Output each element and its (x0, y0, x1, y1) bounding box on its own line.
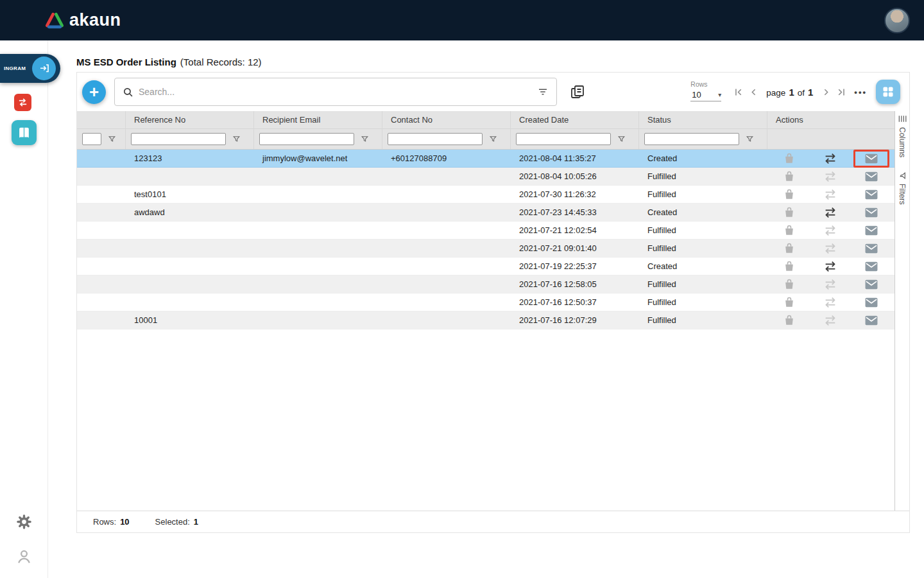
filter-input-recipient-email[interactable] (259, 133, 354, 145)
cell-actions (767, 240, 894, 258)
mail-icon (864, 243, 878, 254)
swap-action-button[interactable] (810, 277, 851, 292)
filter-input-status[interactable] (644, 133, 739, 145)
filter-input-created-date[interactable] (516, 133, 611, 145)
user-avatar[interactable] (884, 8, 910, 33)
cell-status: Fulfilled (639, 279, 767, 289)
mail-icon (864, 225, 878, 236)
mail-action-button[interactable] (853, 204, 889, 222)
basket-action-button[interactable] (769, 314, 810, 327)
table-row[interactable]: 2021-07-19 22:25:37 Created (77, 258, 894, 276)
mail-icon (864, 207, 878, 218)
listing-panel: + Rows (76, 72, 910, 533)
filters-tab[interactable]: Filters (898, 171, 907, 205)
main-content: MS ESD Order Listing (Total Records: 12)… (76, 54, 910, 533)
basket-icon (783, 314, 796, 327)
mail-action-button[interactable] (853, 293, 889, 311)
mail-action-button[interactable] (853, 186, 889, 204)
header-contact-no[interactable]: Contact No (382, 111, 511, 128)
filter-input-reference-no[interactable] (131, 133, 226, 145)
filter-input-contact-no[interactable] (388, 133, 483, 145)
add-button[interactable]: + (82, 80, 106, 104)
funnel-icon[interactable] (489, 135, 497, 143)
swap-action-button[interactable] (810, 259, 851, 274)
mail-action-button[interactable] (853, 258, 889, 276)
table-header: Reference No Recipient Email Contact No … (77, 111, 894, 129)
mail-action-slot (851, 222, 892, 240)
filter-contact-no (382, 129, 511, 149)
table-row[interactable]: 2021-07-16 12:58:05 Fulfilled (77, 276, 894, 293)
cell-status: Created (639, 261, 767, 271)
cell-actions (767, 311, 894, 329)
table-row[interactable]: 2021-07-21 12:02:54 Fulfilled (77, 222, 894, 240)
basket-action-button[interactable] (769, 260, 810, 273)
basket-action-button[interactable] (769, 242, 810, 255)
header-created-date[interactable]: Created Date (511, 111, 639, 128)
header-reference-no[interactable]: Reference No (126, 111, 254, 128)
mail-action-button[interactable] (853, 222, 889, 240)
basket-action-button[interactable] (769, 206, 810, 219)
profile-button[interactable] (16, 548, 32, 567)
sidebar-item-ingram[interactable]: INGRAM (0, 54, 60, 83)
table-row[interactable]: awdawd 2021-07-23 14:45:33 Created (77, 204, 894, 222)
cell-created-date: 2021-07-21 12:02:54 (511, 225, 639, 235)
header-recipient-email[interactable]: Recipient Email (254, 111, 382, 128)
table-row[interactable]: 2021-07-16 12:50:37 Fulfilled (77, 293, 894, 311)
filter-input-select[interactable] (82, 133, 101, 145)
search-box[interactable] (114, 78, 557, 106)
settings-button[interactable] (15, 513, 33, 533)
prev-page-button[interactable] (747, 85, 760, 98)
funnel-icon[interactable] (617, 135, 626, 143)
next-page-button[interactable] (819, 85, 832, 98)
table-row[interactable]: 2021-07-21 09:01:40 Fulfilled (77, 240, 894, 258)
duplicate-view-button[interactable] (570, 84, 585, 100)
basket-action-button[interactable] (769, 188, 810, 201)
table-row[interactable]: 123123 jimmylow@wavelet.net +60127088709… (77, 150, 894, 168)
rows-per-page-select[interactable]: 10 ▾ (690, 88, 721, 101)
swap-arrows-icon (823, 295, 837, 310)
mail-action-button[interactable] (853, 240, 889, 258)
more-options-button[interactable]: ••• (854, 87, 867, 97)
cell-created-date: 2021-08-04 10:05:26 (511, 171, 639, 181)
cell-status: Fulfilled (639, 315, 767, 325)
header-status[interactable]: Status (639, 111, 767, 128)
grid-view-button[interactable] (876, 80, 900, 104)
sidebar-item-pdf-app[interactable] (14, 94, 31, 111)
basket-action-button[interactable] (769, 296, 810, 309)
mail-action-button[interactable] (853, 150, 889, 168)
basket-action-button[interactable] (769, 152, 810, 165)
swap-arrows-icon (823, 223, 837, 238)
swap-action-button[interactable] (810, 313, 851, 328)
swap-action-button[interactable] (810, 206, 851, 220)
funnel-icon[interactable] (361, 135, 369, 143)
table-row[interactable]: 2021-08-04 10:05:26 Fulfilled (77, 168, 894, 186)
basket-action-button[interactable] (769, 224, 810, 237)
akaun-logo: akaun (45, 10, 121, 30)
mail-action-button[interactable] (853, 276, 889, 293)
table-row[interactable]: test0101 2021-07-30 11:26:32 Fulfilled (77, 186, 894, 204)
filter-lines-icon[interactable] (537, 86, 549, 98)
cell-status: Fulfilled (639, 189, 767, 199)
swap-action-button[interactable] (810, 152, 851, 166)
basket-action-button[interactable] (769, 278, 810, 291)
sidebar-item-book-app[interactable] (12, 120, 37, 145)
basket-action-button[interactable] (769, 170, 810, 183)
columns-tab[interactable]: Columns (898, 114, 907, 157)
funnel-icon[interactable] (108, 135, 116, 143)
funnel-icon[interactable] (746, 135, 754, 143)
last-page-button[interactable] (835, 85, 848, 98)
first-page-button[interactable] (732, 85, 744, 98)
table-row[interactable]: 10001 2021-07-16 12:07:29 Fulfilled (77, 311, 894, 329)
mail-action-button[interactable] (853, 168, 889, 186)
mail-action-button[interactable] (853, 311, 889, 329)
table-empty-space (77, 329, 894, 511)
basket-icon (783, 170, 796, 183)
search-input[interactable] (139, 87, 537, 97)
swap-action-button[interactable] (810, 188, 851, 202)
swap-action-button[interactable] (810, 295, 851, 310)
funnel-icon[interactable] (232, 135, 241, 143)
swap-action-button[interactable] (810, 241, 851, 256)
swap-action-button[interactable] (810, 223, 851, 238)
swap-action-button[interactable] (810, 170, 851, 184)
header-select-column (77, 111, 126, 128)
